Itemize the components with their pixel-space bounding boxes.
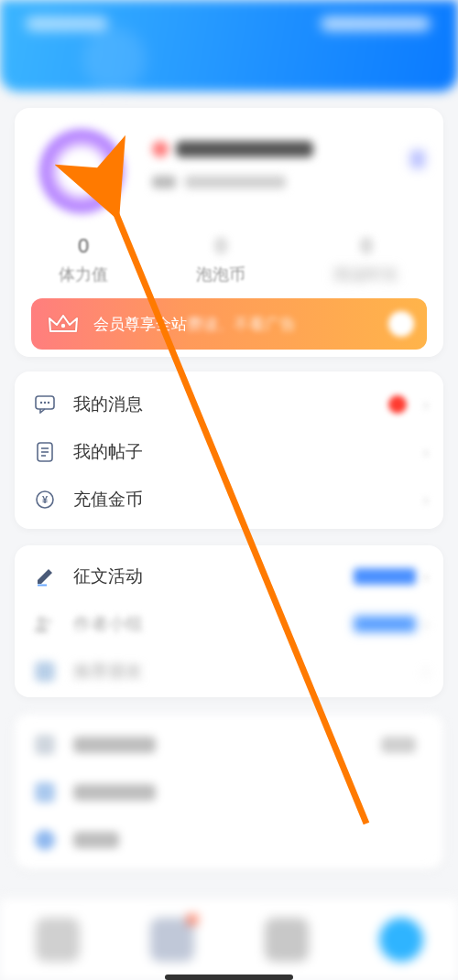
home-indicator xyxy=(165,975,293,980)
row-label: 作者小组 xyxy=(73,612,143,636)
chevron-right-icon: › xyxy=(423,490,429,510)
status-indicators xyxy=(321,16,431,31)
coin-icon: ¥ xyxy=(33,488,57,512)
account-list: 我的消息 › 我的帖子 › ¥ 充值金币 › xyxy=(15,372,443,529)
stats-row: 0 体力值 0 泡泡币 0 阅读时长 xyxy=(15,234,443,285)
svg-point-12 xyxy=(38,617,45,624)
row-author-group[interactable]: 作者小组 › xyxy=(15,600,443,648)
row-label: 征文活动 xyxy=(73,565,143,588)
generic-icon xyxy=(33,828,57,852)
row-my-messages[interactable]: 我的消息 › xyxy=(15,381,443,428)
pencil-icon xyxy=(33,565,57,588)
row-label: 充值金币 xyxy=(73,488,143,512)
stat-label: 体力值 xyxy=(59,264,108,285)
row-setting-1[interactable] xyxy=(15,721,443,769)
row-label: 我的消息 xyxy=(73,393,143,416)
stat-coin[interactable]: 0 泡泡币 xyxy=(196,234,245,285)
generic-icon xyxy=(33,660,57,684)
avatar[interactable] xyxy=(38,128,125,214)
svg-point-2 xyxy=(40,402,42,404)
crown-icon xyxy=(46,311,81,337)
vip-banner[interactable]: 会员尊享全站 费读、不看广告 xyxy=(31,298,427,350)
status-time xyxy=(26,16,108,31)
stat-stamina[interactable]: 0 体力值 xyxy=(59,234,108,285)
nav-tab-3[interactable] xyxy=(265,918,309,962)
chevron-right-icon: › xyxy=(423,567,429,587)
bottom-nav xyxy=(0,898,458,980)
header-decor xyxy=(82,27,147,92)
profile-meta xyxy=(152,176,286,188)
row-label: 我的帖子 xyxy=(73,440,143,464)
row-setting-2[interactable] xyxy=(15,769,443,816)
chevron-right-icon: › xyxy=(423,662,429,682)
stat-third[interactable]: 0 阅读时长 xyxy=(333,234,399,285)
document-icon xyxy=(33,440,57,464)
stat-value: 0 xyxy=(196,234,245,258)
row-value xyxy=(381,737,416,753)
people-icon xyxy=(33,612,57,636)
message-icon xyxy=(33,393,57,416)
nav-tab-1[interactable] xyxy=(36,918,80,962)
row-link xyxy=(354,568,416,585)
vip-go-icon xyxy=(388,311,414,337)
row-recharge-coins[interactable]: ¥ 充值金币 › xyxy=(15,476,443,523)
generic-icon xyxy=(33,781,57,804)
vip-text-more: 费读、不看广告 xyxy=(187,314,296,335)
row-setting-3[interactable] xyxy=(15,816,443,864)
profile-name-row[interactable] xyxy=(152,141,313,157)
row-item-3[interactable]: 推荐朋友 › xyxy=(15,648,443,695)
vip-text: 会员尊享全站 xyxy=(93,314,187,335)
activity-list: 征文活动 › 作者小组 › 推荐朋友 › xyxy=(15,545,443,697)
chevron-right-icon: › xyxy=(423,443,429,462)
svg-text:¥: ¥ xyxy=(42,494,49,505)
app-header xyxy=(0,0,458,92)
nav-tab-2[interactable] xyxy=(150,918,194,962)
row-label: 推荐朋友 xyxy=(73,660,143,684)
unread-badge xyxy=(388,395,407,414)
gender-icon xyxy=(152,141,169,157)
username xyxy=(176,141,313,157)
settings-list xyxy=(15,714,443,869)
nav-tab-4[interactable] xyxy=(379,918,423,962)
row-label xyxy=(73,784,156,801)
row-label xyxy=(73,737,156,753)
generic-icon xyxy=(33,733,57,757)
chevron-right-icon[interactable] xyxy=(410,150,425,168)
svg-point-0 xyxy=(61,324,65,328)
svg-point-4 xyxy=(48,402,49,404)
stat-value: 0 xyxy=(59,234,108,258)
row-link xyxy=(354,616,416,632)
row-my-posts[interactable]: 我的帖子 › xyxy=(15,428,443,476)
stat-value: 0 xyxy=(333,234,399,258)
row-essay-activity[interactable]: 征文活动 › xyxy=(15,553,443,600)
chevron-right-icon: › xyxy=(423,615,429,634)
svg-point-13 xyxy=(46,619,51,624)
svg-point-3 xyxy=(44,402,46,404)
chevron-right-icon: › xyxy=(423,395,429,415)
stat-label: 阅读时长 xyxy=(333,264,399,285)
row-label xyxy=(73,832,119,848)
stat-label: 泡泡币 xyxy=(196,264,245,285)
profile-card: 0 体力值 0 泡泡币 0 阅读时长 会员尊享全站 费读、不看广告 xyxy=(15,108,443,357)
